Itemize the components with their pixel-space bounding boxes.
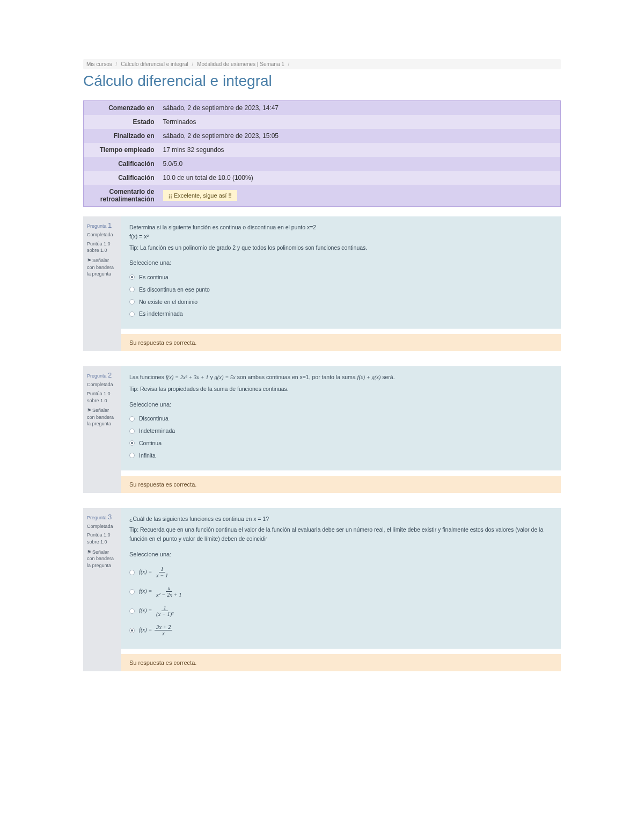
radio-icon [129, 416, 135, 422]
question-formula: f(x) = x² [129, 232, 552, 241]
radio-icon [129, 628, 135, 633]
question-feedback: Su respuesta es correcta. [121, 334, 561, 351]
option[interactable]: Indeterminada [129, 425, 552, 437]
summary-value: ¡¡ Excelente, sigue así !! [159, 185, 561, 207]
option[interactable]: Infinita [129, 449, 552, 462]
question-text: Determina si la siguiente función es con… [129, 223, 552, 232]
question-number: Pregunta 1 [87, 221, 117, 230]
summary-row: Comenzado en sábado, 2 de septiembre de … [84, 101, 561, 115]
option[interactable]: f(x) = 3x + 2x [129, 621, 552, 640]
flag-question-link[interactable]: ⚑Señalar con bandera la pregunta [87, 407, 117, 427]
summary-row: Finalizado en sábado, 2 de septiembre de… [84, 129, 561, 143]
question-number: Pregunta 2 [87, 371, 117, 380]
flag-question-link[interactable]: ⚑Señalar con bandera la pregunta [87, 549, 117, 569]
option[interactable]: f(x) = 1x − 1 [129, 563, 552, 582]
question-feedback: Su respuesta es correcta. [121, 654, 561, 671]
question-info: Pregunta 2 Completada Puntúa 1.0 sobre 1… [83, 366, 121, 492]
option-label: Continua [139, 439, 552, 448]
option-label: f(x) = 1x − 1 [139, 566, 552, 579]
summary-row: Calificación 10.0 de un total de 10.0 (1… [84, 171, 561, 185]
radio-icon [129, 589, 135, 594]
option[interactable]: Es continua [129, 271, 552, 284]
option[interactable]: Es indeterminada [129, 308, 552, 320]
breadcrumb-sep: / [116, 61, 118, 67]
breadcrumb: Mis cursos / Cálculo diferencial e integ… [83, 59, 561, 69]
option[interactable]: f(x) = 1(x − 1)² [129, 601, 552, 621]
question-tip: Tip: La función es un polinomio de grado… [129, 243, 552, 252]
radio-icon [129, 440, 135, 446]
question-body: Las funciones f(x) = 2x² + 3x + 1 y g(x)… [121, 366, 561, 470]
summary-label: Tiempo empleado [84, 143, 159, 157]
radio-icon [129, 453, 135, 458]
flag-icon: ⚑ [87, 408, 91, 413]
option-label: f(x) = 1(x − 1)² [139, 605, 552, 618]
flag-icon: ⚑ [87, 549, 91, 555]
option-label: Es discontinua en ese punto [139, 285, 552, 294]
summary-value: 17 mins 32 segundos [159, 143, 561, 157]
question-tip: Tip: Revisa las propiedades de la suma d… [129, 385, 552, 394]
breadcrumb-link[interactable]: Modalidad de exámenes | Semana 1 [197, 61, 284, 67]
option-label: f(x) = xx² − 2x + 1 [139, 585, 552, 598]
option[interactable]: No existe en el dominio [129, 296, 552, 308]
flag-icon: ⚑ [87, 258, 91, 263]
question-text: Las funciones f(x) = 2x² + 3x + 1 y g(x)… [129, 373, 552, 382]
question-block: Pregunta 1 Completada Puntúa 1.0 sobre 1… [83, 216, 561, 351]
summary-row: Estado Terminados [84, 115, 561, 129]
option-label: Discontinua [139, 414, 552, 423]
question-grade: Puntúa 1.0 sobre 1.0 [87, 390, 117, 404]
summary-value: sábado, 2 de septiembre de 2023, 14:47 [159, 101, 561, 115]
option[interactable]: f(x) = xx² − 2x + 1 [129, 582, 552, 601]
feedback-badge: ¡¡ Excelente, sigue así !! [163, 190, 237, 201]
question-state: Completada [87, 231, 117, 238]
summary-row: Tiempo empleado 17 mins 32 segundos [84, 143, 561, 157]
question-info: Pregunta 3 Completada Puntúa 1.0 sobre 1… [83, 508, 121, 671]
option-label: Es continua [139, 273, 552, 282]
summary-label: Calificación [84, 157, 159, 171]
option[interactable]: Continua [129, 437, 552, 449]
radio-icon [129, 608, 135, 614]
summary-label: Finalizado en [84, 129, 159, 143]
question-grade: Puntúa 1.0 sobre 1.0 [87, 241, 117, 254]
question-block: Pregunta 3 Completada Puntúa 1.0 sobre 1… [83, 508, 561, 671]
radio-icon [129, 287, 135, 292]
page-title: Cálculo diferencial e integral [83, 72, 561, 90]
radio-icon [129, 311, 135, 317]
summary-row: Calificación 5.0/5.0 [84, 157, 561, 171]
options: f(x) = 1x − 1 f(x) = xx² − 2x + 1 f(x) =… [129, 563, 552, 640]
summary-value: Terminados [159, 115, 561, 129]
radio-icon [129, 429, 135, 434]
breadcrumb-link[interactable]: Mis cursos [86, 61, 112, 67]
breadcrumb-sep: / [192, 61, 194, 67]
breadcrumb-link[interactable]: Cálculo diferencial e integral [121, 61, 188, 67]
question-block: Pregunta 2 Completada Puntúa 1.0 sobre 1… [83, 366, 561, 492]
option-label: No existe en el dominio [139, 298, 552, 307]
question-info: Pregunta 1 Completada Puntúa 1.0 sobre 1… [83, 216, 121, 351]
summary-value: sábado, 2 de septiembre de 2023, 15:05 [159, 129, 561, 143]
summary-value: 5.0/5.0 [159, 157, 561, 171]
option[interactable]: Es discontinua en ese punto [129, 284, 552, 296]
option-label: f(x) = 3x + 2x [139, 624, 552, 637]
option[interactable]: Discontinua [129, 412, 552, 425]
summary-table: Comenzado en sábado, 2 de septiembre de … [83, 100, 561, 207]
summary-row: Comentario de retroalimentación ¡¡ Excel… [84, 185, 561, 207]
option-label: Indeterminada [139, 426, 552, 436]
breadcrumb-sep: / [288, 61, 290, 67]
summary-label: Calificación [84, 171, 159, 185]
summary-label: Comenzado en [84, 101, 159, 115]
question-state: Completada [87, 381, 117, 388]
question-grade: Puntúa 1.0 sobre 1.0 [87, 532, 117, 545]
radio-icon [129, 570, 135, 575]
summary-label: Estado [84, 115, 159, 129]
question-body: Determina si la siguiente función es con… [121, 216, 561, 329]
question-number: Pregunta 3 [87, 512, 117, 522]
radio-icon [129, 299, 135, 304]
select-label: Seleccione una: [129, 400, 552, 410]
select-label: Seleccione una: [129, 258, 552, 268]
question-tip: Tip: Recuerda que en una función continu… [129, 525, 552, 543]
option-label: Infinita [139, 451, 552, 460]
summary-value: 10.0 de un total de 10.0 (100%) [159, 171, 561, 185]
option-label: Es indeterminada [139, 309, 552, 318]
options: Discontinua Indeterminada Continua Infin… [129, 412, 552, 461]
question-body: ¿Cuál de las siguientes funciones es con… [121, 508, 561, 649]
flag-question-link[interactable]: ⚑Señalar con bandera la pregunta [87, 257, 117, 278]
